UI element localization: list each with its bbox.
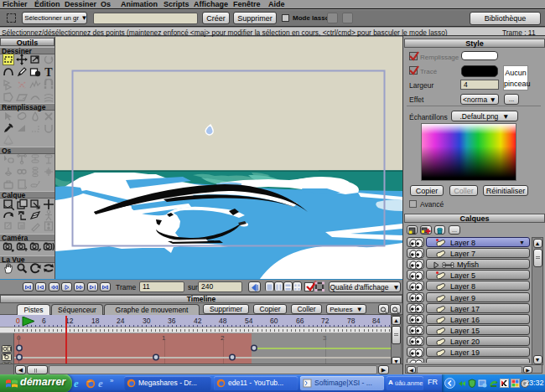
svg-text:T: T	[44, 66, 53, 78]
